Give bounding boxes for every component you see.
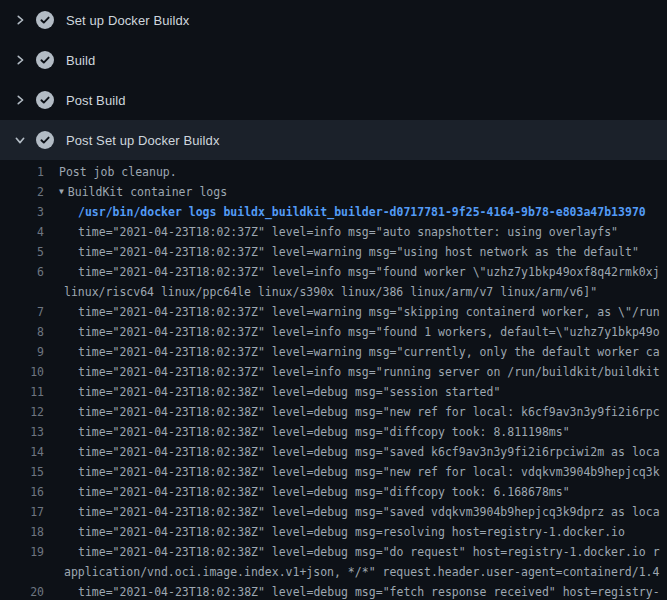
log-line-text: linux/riscv64 linux/ppc64le linux/s390x …: [64, 282, 597, 302]
step-label: Set up Docker Buildx: [66, 13, 189, 28]
log-line: 13time="2021-04-23T18:02:38Z" level=debu…: [0, 422, 667, 442]
log-line-text: time="2021-04-23T18:02:38Z" level=debug …: [78, 482, 570, 502]
log-line-text: time="2021-04-23T18:02:37Z" level=info m…: [78, 262, 660, 282]
step-label: Build: [66, 53, 95, 68]
log-line: 12time="2021-04-23T18:02:38Z" level=debu…: [0, 402, 667, 422]
log-line-continuation: application/vnd.oci.image.index.v1+json,…: [0, 562, 667, 582]
log-group-caret-icon[interactable]: ▼: [59, 182, 64, 202]
log-line-number[interactable]: 8: [0, 322, 44, 342]
step-header-set-up-docker-buildx[interactable]: Set up Docker Buildx: [0, 0, 667, 40]
step-header-post-set-up-docker-buildx[interactable]: Post Set up Docker Buildx: [0, 120, 667, 160]
log-line: 6time="2021-04-23T18:02:37Z" level=info …: [0, 262, 667, 282]
log-line: 16time="2021-04-23T18:02:38Z" level=debu…: [0, 482, 667, 502]
log-line-text: time="2021-04-23T18:02:38Z" level=debug …: [78, 422, 570, 442]
log-line-text: time="2021-04-23T18:02:37Z" level=warnin…: [78, 342, 660, 362]
log-line: 18time="2021-04-23T18:02:38Z" level=debu…: [0, 522, 667, 542]
chevron-right-icon: [12, 12, 28, 28]
log-line-text: time="2021-04-23T18:02:38Z" level=debug …: [78, 382, 500, 402]
log-line: 4time="2021-04-23T18:02:37Z" level=info …: [0, 222, 667, 242]
log-line-number[interactable]: 7: [0, 302, 44, 322]
log-line-number[interactable]: 6: [0, 262, 44, 282]
log-line-continuation: linux/riscv64 linux/ppc64le linux/s390x …: [0, 282, 667, 302]
log-command-line: 3/usr/bin/docker logs buildx_buildkit_bu…: [0, 202, 667, 222]
log-line-number[interactable]: 16: [0, 482, 44, 502]
log-line-number: [0, 562, 44, 582]
log-line-text: time="2021-04-23T18:02:38Z" level=debug …: [78, 462, 660, 482]
log-line-text: time="2021-04-23T18:02:38Z" level=debug …: [78, 402, 660, 422]
log-line-text: /usr/bin/docker logs buildx_buildkit_bui…: [78, 202, 646, 222]
step-header-post-build[interactable]: Post Build: [0, 80, 667, 120]
log-line-number: [0, 282, 44, 302]
check-circle-icon: [36, 91, 54, 109]
steps-list: Set up Docker Buildx Build Post Build Po…: [0, 0, 667, 160]
log-line-text: time="2021-04-23T18:02:38Z" level=debug …: [78, 542, 660, 562]
log-line: 1Post job cleanup.: [0, 162, 667, 182]
log-line-text: Post job cleanup.: [59, 162, 177, 182]
chevron-right-icon: [12, 52, 28, 68]
log-line-number[interactable]: 9: [0, 342, 44, 362]
log-line-number[interactable]: 19: [0, 542, 44, 562]
chevron-down-icon: [12, 132, 28, 148]
log-line-number[interactable]: 4: [0, 222, 44, 242]
log-line-number[interactable]: 13: [0, 422, 44, 442]
log-line-text: time="2021-04-23T18:02:37Z" level=info m…: [78, 322, 660, 342]
log-line-number[interactable]: 1: [0, 162, 44, 182]
log-line-text: time="2021-04-23T18:02:38Z" level=debug …: [78, 522, 625, 542]
check-circle-icon: [36, 11, 54, 29]
log-line: 17time="2021-04-23T18:02:38Z" level=debu…: [0, 502, 667, 522]
log-console: 1Post job cleanup.2▼BuildKit container l…: [0, 160, 667, 600]
log-line: 10time="2021-04-23T18:02:37Z" level=info…: [0, 362, 667, 382]
chevron-right-icon: [12, 92, 28, 108]
check-circle-icon: [36, 51, 54, 69]
step-label: Post Set up Docker Buildx: [66, 133, 220, 148]
log-line-number[interactable]: 15: [0, 462, 44, 482]
check-circle-icon: [36, 131, 54, 149]
step-label: Post Build: [66, 93, 126, 108]
log-line-number[interactable]: 11: [0, 382, 44, 402]
log-line-text: BuildKit container logs: [68, 182, 227, 202]
log-line: 20time="2021-04-23T18:02:38Z" level=debu…: [0, 582, 667, 600]
log-line-number[interactable]: 10: [0, 362, 44, 382]
step-header-build[interactable]: Build: [0, 40, 667, 80]
log-line-text: time="2021-04-23T18:02:37Z" level=info m…: [78, 362, 660, 382]
log-line-text: time="2021-04-23T18:02:38Z" level=debug …: [78, 442, 660, 462]
log-line-text: time="2021-04-23T18:02:38Z" level=debug …: [78, 502, 660, 522]
log-line: 14time="2021-04-23T18:02:38Z" level=debu…: [0, 442, 667, 462]
log-line-text: time="2021-04-23T18:02:37Z" level=warnin…: [78, 242, 639, 262]
log-line-number[interactable]: 20: [0, 582, 44, 600]
log-line-number[interactable]: 14: [0, 442, 44, 462]
log-line: 15time="2021-04-23T18:02:38Z" level=debu…: [0, 462, 667, 482]
log-line: 7time="2021-04-23T18:02:37Z" level=warni…: [0, 302, 667, 322]
log-line-number[interactable]: 2: [0, 182, 44, 202]
log-line-number[interactable]: 12: [0, 402, 44, 422]
log-group-header[interactable]: 2▼BuildKit container logs: [0, 182, 667, 202]
log-line: 9time="2021-04-23T18:02:37Z" level=warni…: [0, 342, 667, 362]
log-line-text: time="2021-04-23T18:02:37Z" level=warnin…: [78, 302, 660, 322]
log-line-number[interactable]: 3: [0, 202, 44, 222]
log-line-number[interactable]: 5: [0, 242, 44, 262]
log-line: 11time="2021-04-23T18:02:38Z" level=debu…: [0, 382, 667, 402]
log-line-number[interactable]: 17: [0, 502, 44, 522]
log-line: 19time="2021-04-23T18:02:38Z" level=debu…: [0, 542, 667, 562]
log-line-text: application/vnd.oci.image.index.v1+json,…: [64, 562, 659, 582]
log-line: 5time="2021-04-23T18:02:37Z" level=warni…: [0, 242, 667, 262]
log-line-number[interactable]: 18: [0, 522, 44, 542]
log-line: 8time="2021-04-23T18:02:37Z" level=info …: [0, 322, 667, 342]
log-line-text: time="2021-04-23T18:02:37Z" level=info m…: [78, 222, 618, 242]
log-line-text: time="2021-04-23T18:02:38Z" level=debug …: [78, 582, 660, 600]
